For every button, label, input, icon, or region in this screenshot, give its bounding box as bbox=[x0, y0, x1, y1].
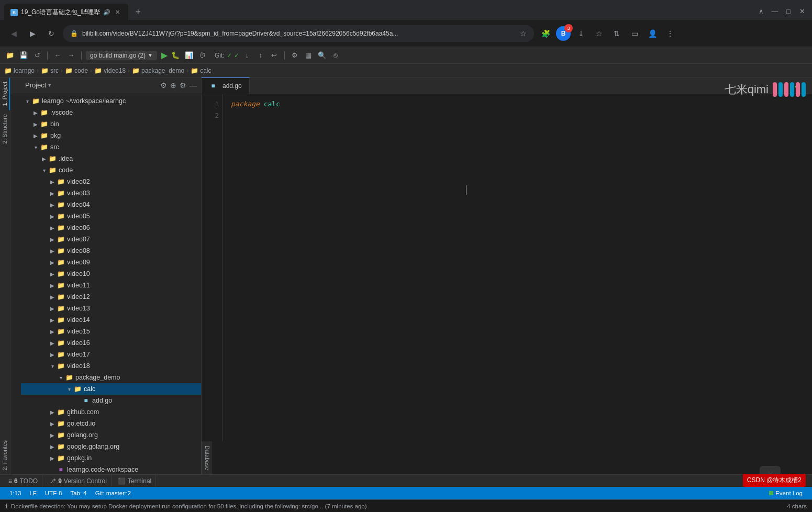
breadcrumb-learngo[interactable]: 📁 learngo bbox=[4, 67, 35, 74]
status-lf[interactable]: LF bbox=[25, 487, 40, 499]
tree-item-video03[interactable]: ▶📁video03 bbox=[21, 187, 201, 199]
bookmarks-btn[interactable]: ☆ bbox=[592, 26, 606, 41]
tree-item-package-demo[interactable]: ▾ 📁 package_demo bbox=[21, 372, 201, 383]
tree-item-video02[interactable]: ▶📁video02 bbox=[21, 176, 201, 187]
maximize-btn[interactable]: □ bbox=[783, 5, 794, 17]
url-bar[interactable]: 🔒 bilibili.com/video/BV1ZJ411W7jG/?p=19&… bbox=[63, 25, 534, 42]
tree-item-video14[interactable]: ▶📁video14 bbox=[21, 314, 201, 326]
configure-icon[interactable]: ⚙ bbox=[180, 81, 186, 90]
tree-item-github[interactable]: ▶📁github.com bbox=[21, 406, 201, 418]
vtab-structure[interactable]: 2: Structure bbox=[0, 110, 10, 148]
tree-item-video18[interactable]: ▾ 📁 video18 bbox=[21, 360, 201, 372]
tree-item-goetcd[interactable]: ▶📁go.etcd.io bbox=[21, 418, 201, 429]
tree-item-video16[interactable]: ▶📁video16 bbox=[21, 337, 201, 349]
tree-item-pkg[interactable]: ▶ 📁 pkg bbox=[21, 130, 201, 141]
tree-item-video04[interactable]: ▶📁video04 bbox=[21, 199, 201, 210]
breadcrumb-package-demo[interactable]: 📁 package_demo bbox=[132, 67, 184, 74]
new-tab-btn[interactable]: + bbox=[130, 4, 146, 20]
minimize-btn[interactable]: — bbox=[769, 5, 781, 17]
tree-item-video17[interactable]: ▶📁video17 bbox=[21, 349, 201, 360]
tree-item-video12[interactable]: ▶📁video12 bbox=[21, 291, 201, 303]
bottom-tab-todo[interactable]: ≡ 6 TODO bbox=[4, 475, 42, 487]
tree-item-google-golang[interactable]: ▶📁google.golang.org bbox=[21, 441, 201, 452]
status-encoding[interactable]: UTF-8 bbox=[41, 487, 66, 499]
tree-item-video05[interactable]: ▶📁video05 bbox=[21, 210, 201, 222]
minimize-panel-icon[interactable]: — bbox=[190, 81, 197, 90]
tree-item-video07[interactable]: ▶📁video07 bbox=[21, 233, 201, 245]
tree-item-vscode[interactable]: ▶ 📁 .vscode bbox=[21, 107, 201, 118]
breadcrumb-calc[interactable]: 📁 calc bbox=[191, 67, 211, 74]
git-revert-btn[interactable]: ↩ bbox=[269, 50, 280, 61]
extensions-btn[interactable]: 🧩 bbox=[538, 26, 553, 41]
run-config-dropdown[interactable]: go build main.go (2) ▼ bbox=[86, 51, 157, 60]
tree-label: .idea bbox=[59, 155, 73, 162]
open-folder-btn[interactable]: 📁 bbox=[4, 50, 16, 61]
profile-run-btn[interactable]: ⏱ bbox=[197, 50, 208, 61]
forward-history-btn[interactable]: → bbox=[65, 50, 77, 61]
breadcrumb-code[interactable]: 📁 code bbox=[65, 67, 88, 74]
bottom-tab-version-control[interactable]: ⎇ 9 Version Control bbox=[45, 475, 112, 487]
gear-icon[interactable]: ⚙ bbox=[160, 81, 167, 90]
settings-icon[interactable]: ⊕ bbox=[170, 81, 176, 90]
tree-item-gopkg[interactable]: ▶📁gopkg.in bbox=[21, 452, 201, 464]
tree-item-bin[interactable]: ▶ 📁 bin bbox=[21, 118, 201, 130]
panel-title: Project ▾ bbox=[25, 81, 51, 89]
search-btn[interactable]: 🔍 bbox=[316, 50, 328, 61]
account-btn[interactable]: 👤 bbox=[645, 26, 660, 41]
git-update-btn[interactable]: ↓ bbox=[241, 50, 253, 61]
forward-btn[interactable]: ▶ bbox=[25, 26, 40, 41]
tree-item-workspace[interactable]: ▶ ■ learngo.code-workspace bbox=[21, 464, 201, 474]
git-push-btn[interactable]: ↑ bbox=[255, 50, 266, 61]
tree-item-video06[interactable]: ▶📁video06 bbox=[21, 222, 201, 233]
save-btn[interactable]: 💾 bbox=[18, 50, 29, 61]
share-btn[interactable]: ⎋ bbox=[330, 50, 341, 61]
debug-btn[interactable]: 🐛 bbox=[170, 50, 181, 61]
tree-item-add-go[interactable]: ▶ ■ add.go bbox=[21, 395, 201, 406]
csdn-badge[interactable]: CSDN @待木成槽2 bbox=[743, 474, 806, 487]
folder-icon-src: 📁 bbox=[41, 67, 49, 74]
toolbar-refresh-btn[interactable]: ↺ bbox=[31, 50, 43, 61]
breadcrumb-video18[interactable]: 📁 video18 bbox=[94, 67, 126, 74]
back-history-btn[interactable]: ← bbox=[52, 50, 63, 61]
active-tab[interactable]: B 19_Go语言基础之包_哔哩哔 🔊 ✕ bbox=[4, 4, 128, 20]
bottom-tab-vc-icon: ⎇ bbox=[49, 477, 56, 485]
vtab-favorites[interactable]: 2: Favorites bbox=[0, 436, 10, 474]
tree-item-video10[interactable]: ▶📁video10 bbox=[21, 268, 201, 280]
menu-btn[interactable]: ⋮ bbox=[663, 26, 677, 41]
status-notification[interactable]: Event Log bbox=[765, 490, 807, 496]
tree-item-video11[interactable]: ▶📁video11 bbox=[21, 280, 201, 291]
layout-btn[interactable]: ▦ bbox=[303, 50, 314, 61]
tree-item-src[interactable]: ▾ 📁 src bbox=[21, 141, 201, 153]
editor-tab-add-go[interactable]: ■ add.go bbox=[202, 77, 250, 94]
refresh-btn[interactable]: ↻ bbox=[44, 26, 59, 41]
sync-btn[interactable]: ⇅ bbox=[609, 26, 624, 41]
status-position[interactable]: 1:13 bbox=[5, 487, 25, 499]
tree-label: video04 bbox=[67, 201, 90, 208]
settings-btn[interactable]: ⚙ bbox=[289, 50, 301, 61]
tree-item-golang[interactable]: ▶📁golang.org bbox=[21, 429, 201, 441]
database-sidebar-label[interactable]: Database bbox=[202, 441, 212, 474]
tree-item-code[interactable]: ▾ 📁 code bbox=[21, 164, 201, 176]
status-git[interactable]: Git: master↑2 bbox=[91, 487, 135, 499]
tree-item-video09[interactable]: ▶📁video09 bbox=[21, 257, 201, 268]
run-btn[interactable]: ▶ bbox=[161, 50, 168, 60]
status-indent[interactable]: Tab: 4 bbox=[66, 487, 91, 499]
close-btn[interactable]: ✕ bbox=[796, 5, 808, 17]
breadcrumb-src[interactable]: 📁 src bbox=[41, 67, 59, 74]
tree-item-video08[interactable]: ▶📁video08 bbox=[21, 245, 201, 257]
coverage-btn[interactable]: 📊 bbox=[183, 50, 195, 61]
back-btn[interactable]: ◀ bbox=[6, 26, 21, 41]
tree-item-idea[interactable]: ▶ 📁 .idea bbox=[21, 153, 201, 164]
split-btn[interactable]: ▭ bbox=[627, 26, 642, 41]
tab-close-btn[interactable]: ✕ bbox=[114, 8, 122, 17]
vtab-project[interactable]: 1: Project bbox=[0, 77, 10, 110]
folder-open-icon: 📁 bbox=[31, 97, 40, 105]
tree-item-video13[interactable]: ▶📁video13 bbox=[21, 303, 201, 314]
bottom-tab-terminal[interactable]: ⬛ Terminal bbox=[114, 475, 156, 487]
code-area[interactable]: package calc bbox=[223, 94, 812, 441]
tree-item-calc[interactable]: ▾ 📁 calc bbox=[21, 383, 201, 395]
tree-item-learngo[interactable]: ▾ 📁 learngo ~/workspace/learngc bbox=[21, 95, 201, 107]
downloads-btn[interactable]: ⤓ bbox=[574, 26, 588, 41]
folder-icon: 📁 bbox=[40, 132, 48, 139]
tree-item-video15[interactable]: ▶📁video15 bbox=[21, 326, 201, 337]
